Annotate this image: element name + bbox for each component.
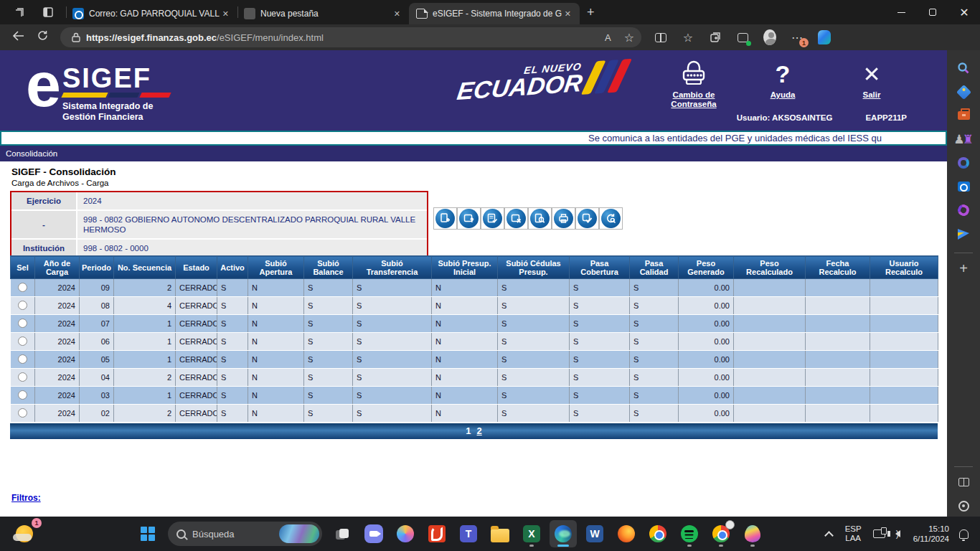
- start-button[interactable]: [134, 520, 161, 547]
- workspaces-icon[interactable]: [10, 3, 29, 22]
- table-cell: 0.00: [679, 387, 734, 405]
- table-cell: [870, 297, 938, 315]
- clock[interactable]: 15:10 6/11/2024: [913, 524, 949, 544]
- search-daily-image[interactable]: [279, 524, 319, 543]
- maximize-button[interactable]: [917, 0, 948, 24]
- edge-app-icon[interactable]: [550, 520, 577, 547]
- row-radio-button[interactable]: [18, 354, 27, 364]
- column-header: Peso Generado: [679, 256, 734, 279]
- row-radio-button[interactable]: [18, 301, 27, 310]
- collections-icon[interactable]: [709, 31, 722, 44]
- sidebar-add-icon[interactable]: +: [956, 260, 971, 276]
- table-header-row: SelAño de CargaPeriodoNo. SecuenciaEstad…: [11, 256, 938, 279]
- taskbar-search-box[interactable]: Búsqueda: [168, 522, 322, 546]
- close-button[interactable]: ✕: [948, 0, 980, 24]
- table-cell: N: [248, 405, 304, 423]
- hidden-icons-chevron[interactable]: [824, 531, 834, 540]
- language-indicator[interactable]: ESP LAA: [845, 524, 862, 543]
- table-cell: S: [353, 405, 432, 423]
- excel-app-icon[interactable]: X: [518, 520, 545, 547]
- print-button[interactable]: [552, 207, 575, 230]
- table-cell: S: [630, 405, 679, 423]
- reload-search-button[interactable]: [599, 207, 623, 230]
- marquee-text: Se comunica a las entidades del PGE y un…: [588, 133, 882, 143]
- exit-link[interactable]: ✕ Salir: [839, 57, 904, 109]
- tab-close-icon[interactable]: ✕: [220, 9, 232, 19]
- sidebar-phone-link-icon[interactable]: [956, 202, 971, 218]
- help-link[interactable]: ? Ayuda: [750, 57, 815, 109]
- paint-drop-app-icon[interactable]: [739, 520, 766, 547]
- favorites-icon[interactable]: ☆: [682, 31, 694, 44]
- sidebar-games-icon[interactable]: ♟♜: [956, 131, 971, 147]
- esigef-header: e SIGEF Sistema Integrado de Gestión Fin…: [0, 50, 947, 131]
- table-cell: [806, 351, 870, 369]
- tab-correo[interactable]: Correo: GAD PARROQUIAL VALLE ✕: [67, 4, 237, 23]
- tab-close-icon[interactable]: ✕: [391, 9, 403, 19]
- spotify-app-icon[interactable]: [676, 520, 703, 547]
- refresh-button[interactable]: [30, 30, 55, 44]
- sidebar-designer-icon[interactable]: [956, 226, 971, 242]
- url-text: https://esigef.finanzas.gob.ec/eSIGEF/me…: [86, 32, 324, 43]
- split-screen-icon[interactable]: [654, 31, 667, 44]
- chat-app-icon[interactable]: [360, 520, 387, 547]
- tab-close-icon[interactable]: ✕: [562, 9, 574, 19]
- profile-avatar[interactable]: [763, 31, 776, 44]
- task-view-button[interactable]: [329, 520, 356, 547]
- back-button[interactable]: [6, 30, 30, 44]
- sidebar-panel-icon[interactable]: [956, 474, 971, 490]
- pdf-app-icon[interactable]: [423, 520, 451, 547]
- sidebar-settings-icon[interactable]: [956, 498, 971, 514]
- page-2-link[interactable]: 2: [477, 425, 482, 436]
- tab-actions-icon[interactable]: [39, 3, 57, 22]
- delete-record-button[interactable]: [504, 207, 528, 230]
- favorite-star-icon[interactable]: ☆: [624, 31, 634, 44]
- preview-document-button[interactable]: [528, 207, 552, 230]
- table-cell: S: [353, 369, 432, 387]
- address-bar[interactable]: https://esigef.finanzas.gob.ec/eSIGEF/me…: [60, 27, 641, 47]
- tab-esigef-active[interactable]: eSIGEF - Sistema Integrado de G ✕: [409, 3, 580, 24]
- browser-essentials-icon[interactable]: [736, 31, 749, 44]
- copilot-icon[interactable]: [818, 31, 831, 44]
- change-password-link[interactable]: Cambio de Contraseña: [661, 57, 726, 109]
- upload-file-button[interactable]: [457, 207, 481, 230]
- firefox-app-icon[interactable]: [613, 520, 640, 547]
- tab-nueva-pestana[interactable]: Nueva pestaña ✕: [238, 4, 409, 23]
- table-cell: 02: [80, 405, 114, 423]
- sidebar-outlook-icon[interactable]: [956, 179, 971, 194]
- menu-consolidacion[interactable]: Consolidación: [6, 149, 57, 158]
- table-cell: [734, 369, 806, 387]
- filters-link[interactable]: Filtros:: [11, 493, 41, 503]
- sidebar-tools-icon[interactable]: [956, 108, 971, 123]
- weather-widget[interactable]: 1: [10, 519, 39, 548]
- sidebar-search-icon[interactable]: [956, 60, 971, 76]
- row-radio-button[interactable]: [18, 408, 27, 418]
- search-icon: [176, 529, 186, 539]
- sidebar-shopping-icon[interactable]: [956, 84, 971, 100]
- volume-icon[interactable]: [895, 530, 903, 537]
- row-select-cell: [11, 369, 35, 387]
- new-document-button[interactable]: [433, 207, 457, 230]
- chrome-profile-app-icon[interactable]: [707, 520, 735, 547]
- row-radio-button[interactable]: [18, 390, 27, 400]
- word-app-icon[interactable]: W: [581, 520, 608, 547]
- table-cell: N: [432, 405, 498, 423]
- sidebar-m365-icon[interactable]: [956, 155, 971, 171]
- copilot-app-icon[interactable]: [392, 520, 419, 547]
- table-row: 2024092CERRADOSNSSNSSS0.00: [11, 279, 938, 297]
- validate-form-button[interactable]: [481, 207, 504, 230]
- network-icon[interactable]: [873, 529, 885, 538]
- document-icon: [416, 9, 428, 19]
- settings-menu-icon[interactable]: ⋯ 1: [791, 31, 804, 44]
- chrome-app-icon[interactable]: [644, 520, 672, 547]
- minimize-button[interactable]: [885, 0, 917, 24]
- row-radio-button[interactable]: [18, 336, 27, 346]
- new-tab-button[interactable]: +: [587, 5, 595, 20]
- row-radio-button[interactable]: [18, 372, 27, 382]
- file-explorer-icon[interactable]: [486, 520, 514, 547]
- row-radio-button[interactable]: [18, 283, 27, 292]
- row-radio-button[interactable]: [18, 319, 27, 328]
- teams-app-icon[interactable]: T: [455, 520, 482, 547]
- approve-check-button[interactable]: [575, 207, 599, 230]
- read-aloud-icon[interactable]: A: [605, 32, 611, 43]
- notifications-bell-icon[interactable]: [959, 529, 969, 539]
